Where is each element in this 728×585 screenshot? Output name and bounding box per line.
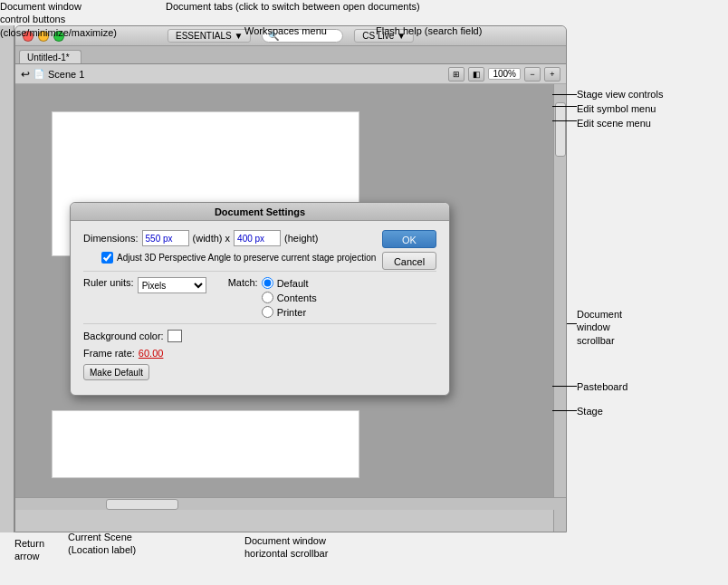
document-tab[interactable]: Untitled-1* xyxy=(19,50,81,63)
match-label: Match: xyxy=(228,277,258,288)
ann-doc-tabs: Document tabs (click to switch between o… xyxy=(166,0,420,13)
adjust-3d-label: Adjust 3D Perspective Angle to preserve … xyxy=(117,253,376,263)
left-toolbar xyxy=(0,25,14,532)
ann-line-pasteboard xyxy=(552,386,577,387)
canvas-area: Document Settings Dimensions: (width) x … xyxy=(15,84,553,497)
ann-doc-scrollbar: Documentwindowscrollbar xyxy=(577,308,667,347)
match-radio-group: Default Contents Printer xyxy=(262,277,317,318)
dialog-buttons: OK Cancel xyxy=(382,230,436,270)
match-default-radio[interactable] xyxy=(262,277,273,289)
scene-right: ⊞ ◧ 100% − + xyxy=(448,67,560,82)
ann-line-scrollbar xyxy=(567,323,577,324)
ok-button[interactable]: OK xyxy=(382,230,436,248)
divider xyxy=(83,271,436,272)
width-input[interactable] xyxy=(142,230,189,246)
make-default-button[interactable]: Make Default xyxy=(83,364,149,380)
ruler-units-label: Ruler units: xyxy=(83,277,134,288)
workspaces-menu[interactable]: ESSENTIALS ▼ xyxy=(168,29,251,43)
edit-symbol-menu[interactable]: ⊞ xyxy=(448,67,465,82)
width-x-label: (width) x xyxy=(193,233,231,244)
horizontal-scrollbar-thumb[interactable] xyxy=(106,499,178,510)
ann-edit-scene: Edit scene menu xyxy=(577,117,651,129)
scene-left: ↩ 📄 Scene 1 xyxy=(21,68,84,81)
frame-rate-row: Frame rate: 60.00 xyxy=(83,348,436,359)
ann-current-scene: Current Scene(Location label) xyxy=(68,531,136,557)
ann-line-edit-symbol xyxy=(552,106,577,107)
scene-bar: ↩ 📄 Scene 1 ⊞ ◧ 100% − + xyxy=(15,64,566,84)
match-printer-label: Printer xyxy=(277,307,306,318)
height-label: (height) xyxy=(284,233,318,244)
bg-color-swatch[interactable] xyxy=(168,330,182,342)
ann-return-arrow: Returnarrow xyxy=(14,537,44,563)
app-window: ESSENTIALS ▼ 🔍 CS Live ▼ Untitled-1* ↩ 📄… xyxy=(14,25,567,532)
ann-line-stage xyxy=(552,410,577,411)
vertical-scrollbar-thumb[interactable] xyxy=(555,102,566,157)
scene-icon: 📄 xyxy=(34,69,44,79)
frame-rate-label: Frame rate: xyxy=(83,348,135,359)
match-printer-radio[interactable] xyxy=(262,306,273,318)
stage-view-zoom-out[interactable]: − xyxy=(524,67,541,82)
dialog-title: Document Settings xyxy=(215,206,305,217)
document-settings-dialog: Document Settings Dimensions: (width) x … xyxy=(70,202,450,396)
match-contents-label: Contents xyxy=(277,292,317,303)
dialog-title-bar: Document Settings xyxy=(71,203,449,221)
ruler-match-row: Ruler units: Pixels Inches Centimeters M… xyxy=(83,277,436,318)
match-default-label: Default xyxy=(277,278,309,289)
ann-line-edit-scene xyxy=(552,120,577,121)
dimensions-label: Dimensions: xyxy=(83,233,139,244)
ann-line-stage-view xyxy=(552,94,577,95)
zoom-display: 100% xyxy=(488,68,521,80)
ann-flash-help: Flash help (search field) xyxy=(376,24,482,37)
bg-color-row: Background color: xyxy=(83,330,436,342)
match-printer-row: Printer xyxy=(262,306,317,318)
stage-view-zoom-in[interactable]: + xyxy=(544,67,560,82)
ann-pasteboard: Pasteboard xyxy=(577,380,627,393)
current-scene-label: Scene 1 xyxy=(48,69,84,80)
edit-scene-menu[interactable]: ◧ xyxy=(468,67,484,82)
horizontal-scrollbar[interactable] xyxy=(15,497,566,510)
ann-doc-window-control: Document windowcontrol buttons(close/min… xyxy=(0,0,145,39)
ann-edit-symbol: Edit symbol menu xyxy=(577,102,656,115)
adjust-3d-checkbox[interactable] xyxy=(101,252,113,264)
ann-stage: Stage xyxy=(577,405,603,417)
cancel-button[interactable]: Cancel xyxy=(382,252,436,270)
frame-rate-value[interactable]: 60.00 xyxy=(139,348,164,359)
ruler-units-select[interactable]: Pixels Inches Centimeters xyxy=(138,277,206,293)
tab-bar: Untitled-1* xyxy=(15,46,566,64)
match-default-row: Default xyxy=(262,277,317,289)
make-default-row: Make Default xyxy=(83,364,436,380)
match-contents-radio[interactable] xyxy=(262,292,273,303)
divider2 xyxy=(83,323,436,324)
stage-bottom xyxy=(52,410,359,478)
ann-workspaces-menu: Workspaces menu xyxy=(244,24,327,37)
return-arrow[interactable]: ↩ xyxy=(21,68,30,81)
vertical-scrollbar[interactable] xyxy=(553,84,566,532)
ann-doc-h-scrollbar: Document windowhorizontal scrollbar xyxy=(244,534,328,561)
match-contents-row: Contents xyxy=(262,292,317,303)
ann-stage-view-controls: Stage view controls xyxy=(577,88,663,101)
height-input[interactable] xyxy=(234,230,281,246)
bg-color-label: Background color: xyxy=(83,331,164,341)
